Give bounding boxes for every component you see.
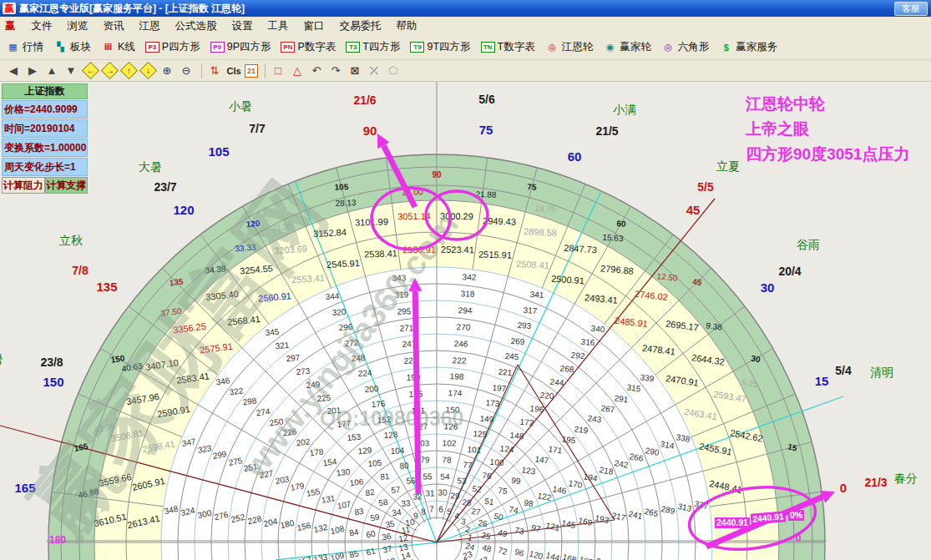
calc-resistance-button[interactable]: 计算阻力 bbox=[2, 177, 45, 194]
move-up-icon[interactable]: ↑ bbox=[120, 63, 137, 79]
prices_outer-label: 2949.43 bbox=[483, 216, 516, 227]
menu-item-工具[interactable]: 工具 bbox=[261, 18, 296, 35]
spiral-number: 31 bbox=[425, 488, 434, 497]
toolbar-button-江恩轮[interactable]: ◎江恩轮 bbox=[543, 38, 596, 56]
fractions-label: 21.88 bbox=[475, 189, 496, 199]
highlighted-price-chip: 0% bbox=[788, 510, 804, 521]
spiral-number: 224 bbox=[357, 368, 372, 378]
cross-arrows-icon[interactable]: ⤫ bbox=[366, 63, 382, 79]
toolbar-button-9T四方形[interactable]: T99T四方形 bbox=[407, 38, 473, 56]
toolbar-button-板块[interactable]: ▚板块 bbox=[51, 38, 94, 56]
up-icon[interactable]: ▲ bbox=[43, 63, 60, 79]
spiral-number: 204 bbox=[263, 516, 279, 527]
toolbar-label: P四方形 bbox=[162, 40, 200, 54]
fractions-label: 9.38 bbox=[705, 320, 722, 332]
prices_outer-label: 2746.02 bbox=[635, 289, 669, 302]
menu-item-资讯[interactable]: 资讯 bbox=[96, 18, 132, 35]
spiral-number: 56 bbox=[406, 477, 416, 487]
title-bar: 赢 赢家江恩专业版[赢家服务平台] - [上证指数 江恩轮] 客服 bbox=[0, 0, 931, 17]
spiral-number: 38 bbox=[385, 557, 397, 560]
fractions-label: 18.75 bbox=[534, 204, 556, 214]
menu-item-交易委托[interactable]: 交易委托 bbox=[332, 18, 389, 35]
toolbar-button-赢家服务[interactable]: $赢家服务 bbox=[716, 38, 780, 56]
spiral-number: 179 bbox=[290, 481, 305, 492]
spiral-number: 36 bbox=[382, 531, 392, 542]
toolbar-button-P数字表[interactable]: PNP数字表 bbox=[278, 38, 338, 56]
spiral-number: 33 bbox=[401, 498, 411, 508]
spiral-number: 289 bbox=[660, 504, 676, 516]
spiral-number: 78 bbox=[443, 455, 452, 464]
customer-service-button[interactable]: 客服 bbox=[894, 2, 928, 16]
menu-item-江恩[interactable]: 江恩 bbox=[132, 18, 168, 35]
down-icon[interactable]: ▼ bbox=[63, 63, 79, 79]
date-label: 23/7 bbox=[154, 180, 176, 194]
dollar-icon: $ bbox=[719, 41, 733, 53]
spiral-number: 340 bbox=[590, 324, 605, 335]
boxed-x-icon[interactable]: ⊠ bbox=[347, 63, 363, 79]
menu-bar: 赢 文件浏览资讯江恩公式选股设置工具窗口交易委托帮助 bbox=[0, 17, 931, 36]
toolbar-button-P四方形[interactable]: P3P四方形 bbox=[143, 38, 203, 56]
forward-icon[interactable]: ▶ bbox=[24, 63, 41, 79]
toolbar-label: P数字表 bbox=[297, 40, 336, 54]
toolbar-button-六角形[interactable]: ◎六角形 bbox=[659, 38, 712, 56]
prices_inner-label: 2545.91 bbox=[326, 258, 360, 270]
spiral-number: 32 bbox=[412, 492, 422, 502]
spiral-number: 28 bbox=[462, 497, 472, 507]
toolbar-label: 江恩轮 bbox=[562, 40, 594, 54]
ring_degrees-label: 45 bbox=[692, 277, 702, 287]
spiral-number: 169 bbox=[578, 516, 594, 527]
spiral-number: 132 bbox=[313, 522, 329, 534]
toolbar-button-行情[interactable]: ▦行情 bbox=[3, 38, 46, 56]
spiral-number: 8 bbox=[421, 507, 426, 517]
toolbar-button-9P四方形[interactable]: P99P四方形 bbox=[208, 38, 274, 56]
move-left-icon[interactable]: ← bbox=[82, 63, 99, 79]
hexagon-icon: ◎ bbox=[661, 41, 675, 53]
cls-icon[interactable]: Cls bbox=[225, 63, 242, 79]
spiral-number: 168 bbox=[561, 552, 577, 560]
spiral-number: 323 bbox=[197, 443, 212, 455]
degree-label: 150 bbox=[43, 375, 63, 389]
move-down-icon[interactable]: ↓ bbox=[139, 63, 156, 79]
main-toolbar: ▦行情▚板块ⅲK线P3P四方形P99P四方形PNP数字表T3T四方形T99T四方… bbox=[0, 35, 931, 60]
spiral-number: 297 bbox=[286, 353, 301, 364]
back-icon[interactable]: ◀ bbox=[5, 63, 22, 79]
menu-item-文件[interactable]: 文件 bbox=[24, 18, 60, 35]
spiral-number: 123 bbox=[521, 465, 536, 476]
polygon-icon[interactable]: ⬠ bbox=[385, 63, 402, 79]
date-label: 7/7 bbox=[249, 122, 265, 135]
axis-degree-highlight: 0 bbox=[796, 532, 802, 544]
degree-label: 45 bbox=[686, 203, 701, 217]
rotate-ccw-icon[interactable]: ↶ bbox=[308, 63, 325, 79]
menu-item-窗口[interactable]: 窗口 bbox=[296, 18, 332, 35]
toolbar-separator bbox=[265, 63, 266, 78]
toolbar-button-赢家轮[interactable]: ◉赢家轮 bbox=[600, 38, 654, 56]
zoom-out-icon[interactable]: ⊖ bbox=[178, 63, 195, 79]
spiral-number: 290 bbox=[645, 446, 660, 457]
zoom-in-icon[interactable]: ⊕ bbox=[159, 63, 175, 79]
toolbar-button-T数字表[interactable]: TNT数字表 bbox=[478, 38, 538, 56]
toolbar-button-T四方形[interactable]: T3T四方形 bbox=[343, 38, 402, 56]
square-tool-icon[interactable]: □ bbox=[270, 63, 286, 79]
spiral-number: 129 bbox=[357, 445, 372, 456]
blocks-icon: ▚ bbox=[53, 41, 68, 53]
menu-item-公式选股[interactable]: 公式选股 bbox=[168, 18, 225, 35]
spiral-number: 300 bbox=[197, 508, 213, 520]
menu-item-帮助[interactable]: 帮助 bbox=[389, 18, 425, 35]
rotate-cw-icon[interactable]: ↷ bbox=[327, 63, 344, 79]
toolbar-label: 赢家服务 bbox=[736, 40, 777, 54]
updown-icon[interactable]: ⇅ bbox=[206, 63, 223, 79]
calendar-icon[interactable]: 21 bbox=[245, 64, 258, 78]
panel-value-row: 变换系数=1.00000 bbox=[2, 139, 88, 157]
menu-item-设置[interactable]: 设置 bbox=[225, 18, 261, 35]
spiral-number: 30 bbox=[438, 488, 448, 497]
calc-support-button[interactable]: 计算支撑 bbox=[45, 177, 89, 194]
triangle-tool-icon[interactable]: △ bbox=[289, 63, 306, 79]
spiral-number: 320 bbox=[331, 307, 346, 317]
spiral-number: 60 bbox=[365, 529, 376, 540]
app-logo-icon: 赢 bbox=[3, 3, 16, 14]
menu-item-浏览[interactable]: 浏览 bbox=[60, 18, 96, 35]
toolbar-button-K线[interactable]: ⅲK线 bbox=[99, 38, 138, 56]
spiral-number: 316 bbox=[580, 337, 595, 348]
solar-term-label: 春分 bbox=[894, 472, 918, 487]
move-right-icon[interactable]: → bbox=[101, 63, 118, 79]
